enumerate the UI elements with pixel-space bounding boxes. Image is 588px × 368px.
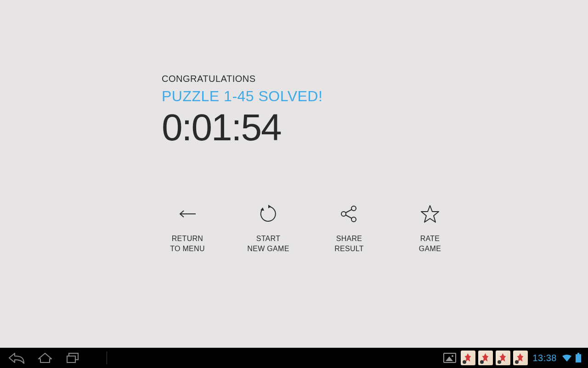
android-nav-bar: 13:38 <box>0 348 588 368</box>
share-label: SHARE RESULT <box>334 234 364 253</box>
svg-point-4 <box>341 212 346 216</box>
svg-rect-9 <box>67 356 75 362</box>
return-to-menu-button[interactable]: RETURN TO MENU <box>147 202 228 253</box>
start-new-game-button[interactable]: START NEW GAME <box>228 202 309 253</box>
star-icon <box>420 202 440 225</box>
start-label: START NEW GAME <box>247 234 289 253</box>
rate-game-button[interactable]: RATE GAME <box>390 202 470 253</box>
svg-point-5 <box>351 217 356 222</box>
arrow-left-icon <box>177 202 198 225</box>
battery-icon <box>575 353 582 363</box>
time-label: 0:01:54 <box>162 106 322 149</box>
svg-rect-11 <box>576 354 581 362</box>
wifi-icon <box>561 353 572 362</box>
svg-line-6 <box>346 210 352 213</box>
rate-label: RATE GAME <box>419 234 441 253</box>
solved-label: PUZZLE 1-45 SOLVED! <box>162 88 322 105</box>
congrats-label: CONGRATULATIONS <box>162 74 322 84</box>
svg-point-3 <box>351 206 356 211</box>
svg-marker-1 <box>268 205 271 208</box>
app-notification-icon[interactable] <box>513 351 528 365</box>
recent-apps-nav-button[interactable] <box>65 351 80 364</box>
actions-row: RETURN TO MENU START NEW GAME SHARE RESU… <box>147 202 470 253</box>
svg-marker-8 <box>421 206 439 222</box>
app-notification-icon[interactable] <box>496 351 510 365</box>
app-notification-icon[interactable] <box>461 351 475 365</box>
status-clock: 13:38 <box>532 353 557 363</box>
result-panel: CONGRATULATIONS PUZZLE 1-45 SOLVED! 0:01… <box>162 74 322 149</box>
svg-rect-10 <box>577 353 579 354</box>
share-result-button[interactable]: SHARE RESULT <box>309 202 390 253</box>
app-notification-icon[interactable] <box>478 351 493 365</box>
return-label: RETURN TO MENU <box>170 234 205 253</box>
share-icon <box>339 202 359 225</box>
nav-divider <box>107 351 107 364</box>
gallery-notification-icon[interactable] <box>443 353 456 363</box>
refresh-icon <box>258 202 278 225</box>
svg-line-7 <box>346 215 352 218</box>
back-nav-button[interactable] <box>8 351 25 364</box>
svg-marker-2 <box>260 207 264 211</box>
home-nav-button[interactable] <box>38 351 52 364</box>
